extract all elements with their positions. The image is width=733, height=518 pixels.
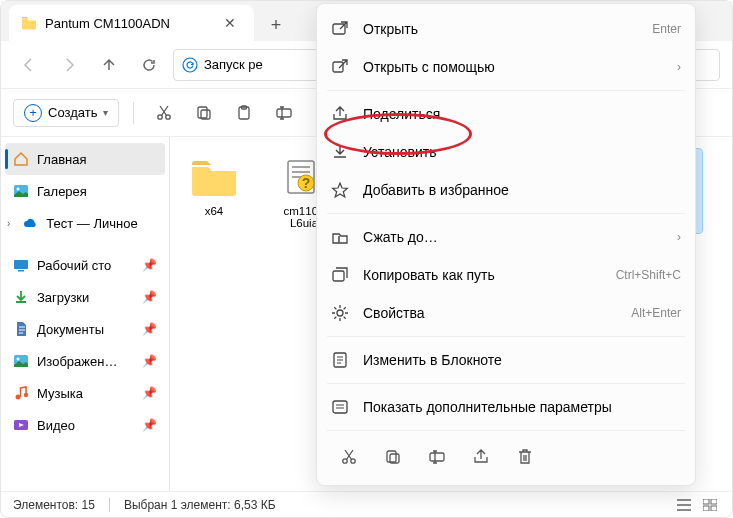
svg-rect-37 (333, 401, 347, 413)
svg-rect-34 (333, 271, 344, 281)
svg-point-15 (24, 393, 28, 397)
sidebar-item-label: Рабочий сто (37, 258, 111, 273)
folder-icon (190, 153, 238, 201)
tab-active[interactable]: Pantum CM1100ADN ✕ (9, 5, 254, 41)
separator (109, 498, 110, 512)
nav-up-button[interactable] (93, 49, 125, 81)
sidebar-item-videos[interactable]: Видео 📌 (5, 409, 165, 441)
separator (327, 90, 685, 91)
cut-button[interactable] (148, 97, 180, 129)
separator (327, 336, 685, 337)
pin-icon: 📌 (142, 354, 157, 368)
open-with-icon (331, 58, 349, 76)
share-icon (331, 105, 349, 123)
svg-rect-29 (711, 499, 717, 504)
ctx-label: Установить (363, 144, 436, 160)
sidebar: Главная Галерея › Тест — Личное Рабочий … (1, 137, 169, 491)
ctx-more-options[interactable]: Показать дополнительные параметры (317, 388, 695, 426)
tab-title: Pantum CM1100ADN (45, 16, 170, 31)
svg-rect-10 (14, 260, 28, 269)
svg-point-35 (337, 310, 343, 316)
ctx-label: Сжать до… (363, 229, 438, 245)
ctx-shortcut: Enter (652, 22, 681, 36)
sidebar-item-pictures[interactable]: Изображен… 📌 (5, 345, 165, 377)
svg-rect-3 (198, 107, 207, 118)
ctx-open-with[interactable]: Открыть с помощью › (317, 48, 695, 86)
view-details-button[interactable] (674, 497, 694, 513)
videos-icon (13, 417, 29, 433)
svg-rect-42 (430, 453, 444, 461)
ctx-favorite[interactable]: Добавить в избранное (317, 171, 695, 209)
install-icon (331, 143, 349, 161)
documents-icon (13, 321, 29, 337)
file-item-folder[interactable]: x64 (176, 149, 252, 233)
ctx-label: Открыть (363, 21, 418, 37)
rename-button[interactable] (268, 97, 300, 129)
chevron-right-icon: › (677, 230, 681, 244)
splitter[interactable] (169, 137, 170, 491)
ctx-shortcut: Alt+Enter (631, 306, 681, 320)
copy-button[interactable] (375, 441, 411, 473)
more-icon (331, 398, 349, 416)
ctx-label: Поделиться (363, 106, 440, 122)
pictures-icon (13, 353, 29, 369)
sidebar-item-label: Загрузки (37, 290, 89, 305)
cloud-icon (22, 215, 38, 231)
ctx-label: Открыть с помощью (363, 59, 495, 75)
sidebar-item-home[interactable]: Главная (5, 143, 165, 175)
cut-button[interactable] (331, 441, 367, 473)
ctx-open[interactable]: Открыть Enter (317, 10, 695, 48)
nav-back-button[interactable] (13, 49, 45, 81)
copy-path-icon (331, 266, 349, 284)
nav-refresh-button[interactable] (133, 49, 165, 81)
delete-button[interactable] (507, 441, 543, 473)
status-count: Элементов: 15 (13, 498, 95, 512)
sidebar-item-label: Музыка (37, 386, 83, 401)
share-button[interactable] (463, 441, 499, 473)
copy-button[interactable] (188, 97, 220, 129)
tab-close-button[interactable]: ✕ (218, 15, 242, 31)
ctx-copy-path[interactable]: Копировать как путь Ctrl+Shift+C (317, 256, 695, 294)
svg-rect-33 (333, 62, 343, 72)
ctx-label: Копировать как путь (363, 267, 495, 283)
rename-button[interactable] (419, 441, 455, 473)
svg-rect-7 (277, 109, 291, 117)
ctx-properties[interactable]: Свойства Alt+Enter (317, 294, 695, 332)
compress-icon (331, 228, 349, 246)
ctx-share[interactable]: Поделиться (317, 95, 695, 133)
sidebar-item-downloads[interactable]: Загрузки 📌 (5, 281, 165, 313)
paste-button[interactable] (228, 97, 260, 129)
status-bar: Элементов: 15 Выбран 1 элемент: 6,53 КБ (1, 491, 732, 517)
view-icons-button[interactable] (700, 497, 720, 513)
svg-rect-40 (387, 451, 396, 462)
music-icon (13, 385, 29, 401)
chevron-down-icon: ▾ (103, 107, 108, 118)
ctx-label: Изменить в Блокноте (363, 352, 502, 368)
tab-add-button[interactable]: + (260, 9, 292, 41)
sidebar-item-label: Тест — Личное (46, 216, 137, 231)
pin-icon: 📌 (142, 386, 157, 400)
desktop-icon (13, 257, 29, 273)
separator (327, 430, 685, 431)
sidebar-item-documents[interactable]: Документы 📌 (5, 313, 165, 345)
folder-icon (21, 15, 37, 31)
ctx-edit-notepad[interactable]: Изменить в Блокноте (317, 341, 695, 379)
sidebar-item-music[interactable]: Музыка 📌 (5, 377, 165, 409)
notepad-icon (331, 351, 349, 369)
svg-rect-28 (703, 499, 709, 504)
sidebar-item-label: Изображен… (37, 354, 117, 369)
pin-icon: 📌 (142, 290, 157, 304)
sidebar-item-desktop[interactable]: Рабочий сто 📌 (5, 249, 165, 281)
nav-forward-button[interactable] (53, 49, 85, 81)
separator (327, 383, 685, 384)
create-button[interactable]: + Создать ▾ (13, 99, 119, 127)
open-icon (331, 20, 349, 38)
sidebar-item-label: Галерея (37, 184, 87, 199)
ctx-install[interactable]: Установить (317, 133, 695, 171)
sidebar-group-test[interactable]: › Тест — Личное (5, 207, 165, 239)
svg-point-9 (17, 188, 20, 191)
sidebar-item-gallery[interactable]: Галерея (5, 175, 165, 207)
ctx-compress[interactable]: Сжать до… › (317, 218, 695, 256)
svg-point-0 (183, 58, 197, 72)
create-label: Создать (48, 105, 97, 120)
